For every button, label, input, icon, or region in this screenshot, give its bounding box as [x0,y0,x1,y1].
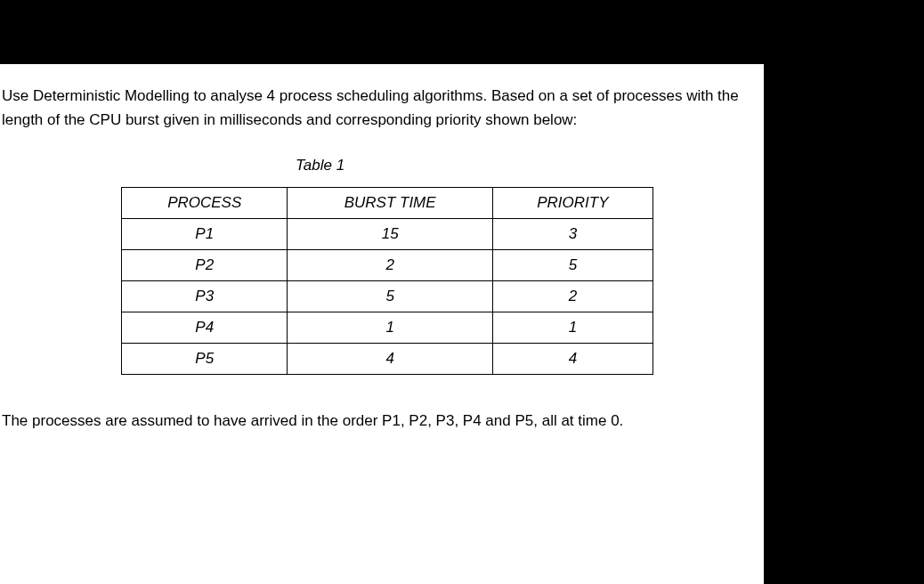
cell-process: P2 [122,250,288,281]
header-burst: BURST TIME [288,188,492,219]
header-process: PROCESS [122,188,288,219]
cell-burst: 4 [288,344,492,375]
table-row: P5 4 4 [122,344,653,375]
table-row: P1 15 3 [122,219,653,250]
cell-priority: 5 [492,250,652,281]
cell-burst: 5 [288,281,492,312]
cell-process: P5 [122,344,288,375]
header-priority: PRIORITY [492,188,652,219]
table-row: P3 5 2 [122,281,653,312]
cell-burst: 2 [288,250,492,281]
cell-priority: 3 [492,219,652,250]
process-table: PROCESS BURST TIME PRIORITY P1 15 3 P2 2… [121,187,653,375]
cell-priority: 2 [492,281,652,312]
intro-paragraph: Use Deterministic Modelling to analyse 4… [0,84,764,132]
cell-process: P1 [122,219,288,250]
cell-priority: 1 [492,312,652,344]
table-caption: Table 1 [296,157,764,174]
cell-process: P3 [122,281,288,312]
cell-priority: 4 [492,344,652,375]
cell-process: P4 [122,312,288,344]
document-page: Use Deterministic Modelling to analyse 4… [0,64,764,584]
cell-burst: 1 [288,312,492,344]
outro-paragraph: The processes are assumed to have arrive… [2,409,764,433]
table-header-row: PROCESS BURST TIME PRIORITY [122,188,653,219]
table-row: P4 1 1 [122,312,653,344]
table-row: P2 2 5 [122,250,653,281]
cell-burst: 15 [288,219,492,250]
